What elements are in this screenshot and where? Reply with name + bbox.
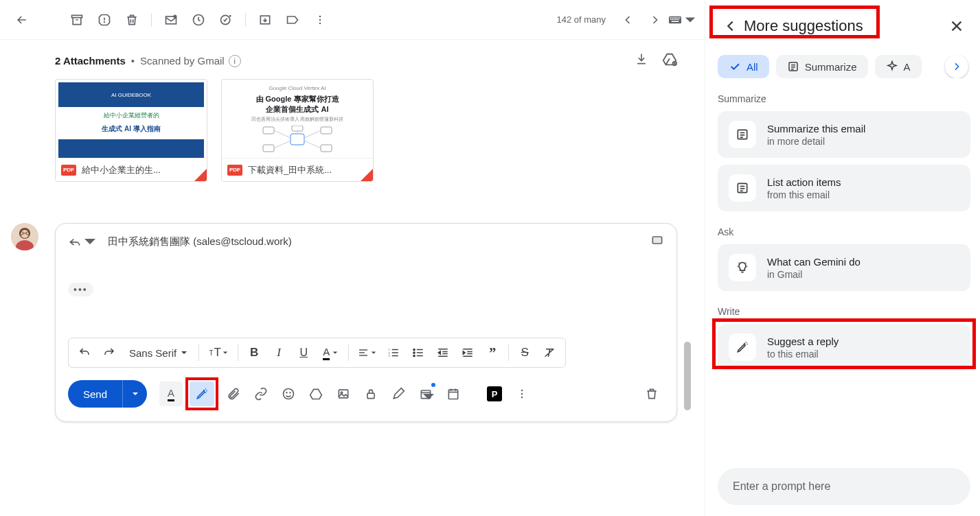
suggestion-summarize-detail[interactable]: Summarize this emailin more detail: [718, 111, 970, 158]
svg-point-60: [413, 349, 415, 350]
svg-point-71: [284, 389, 294, 399]
svg-point-84: [521, 393, 523, 395]
insert-signature-icon[interactable]: [386, 382, 411, 406]
download-all-icon[interactable]: [635, 52, 648, 69]
chip-ask[interactable]: A: [875, 55, 922, 78]
svg-point-72: [286, 392, 287, 393]
svg-rect-24: [676, 19, 678, 20]
svg-point-42: [21, 230, 29, 238]
input-tools-icon[interactable]: [669, 6, 696, 34]
font-select[interactable]: Sans Serif: [122, 347, 194, 359]
bold-icon[interactable]: B: [242, 341, 266, 364]
pdf-badge-icon: PDF: [61, 165, 76, 176]
schedule-picker-icon[interactable]: [413, 382, 438, 406]
compose-box: 田中系統銷售團隊 (sales@tscloud.work) ••• Sans S…: [55, 223, 677, 422]
svg-rect-33: [292, 126, 303, 131]
attachment-card[interactable]: AI GUIDEBOOK 給中小企業經營者的 生成式 AI 導入指南 PDF 給…: [55, 79, 207, 182]
insert-link-icon[interactable]: [249, 382, 273, 406]
strikethrough-icon[interactable]: S: [513, 341, 536, 364]
snooze-icon[interactable]: [185, 6, 212, 34]
send-button[interactable]: Send: [68, 380, 122, 408]
svg-rect-32: [321, 145, 332, 152]
popout-icon[interactable]: [650, 233, 664, 250]
compose-body[interactable]: •••: [68, 255, 664, 331]
next-message-icon[interactable]: [641, 6, 669, 34]
svg-rect-17: [676, 17, 678, 19]
pdf-badge-icon: PDF: [227, 165, 242, 176]
attach-file-icon[interactable]: [221, 382, 246, 406]
undo-icon[interactable]: [73, 341, 96, 364]
numbered-list-icon[interactable]: 123: [382, 341, 405, 364]
lightbulb-icon: [729, 254, 756, 281]
prompt-input[interactable]: Enter a prompt here: [718, 468, 970, 505]
redo-icon[interactable]: [98, 341, 121, 364]
archive-icon[interactable]: [63, 6, 91, 34]
save-drive-icon[interactable]: [662, 52, 677, 69]
svg-rect-22: [674, 19, 675, 20]
more-icon[interactable]: [306, 6, 334, 34]
labels-icon[interactable]: [279, 6, 306, 34]
svg-point-3: [104, 21, 105, 22]
indent-less-icon[interactable]: [431, 341, 455, 364]
attachment-card[interactable]: Google Cloud Vertex AI 由 Google 專家幫你打造 企…: [221, 79, 374, 182]
attachment-filename: 給中小企業主的生...: [82, 164, 201, 176]
suggestion-action-items[interactable]: List action itemsfrom this email: [718, 165, 970, 211]
italic-icon[interactable]: I: [267, 341, 290, 364]
align-icon[interactable]: [353, 341, 380, 364]
chips-scroll-next-icon[interactable]: [945, 55, 968, 78]
chip-summarize[interactable]: Summarize: [776, 55, 868, 78]
underline-icon[interactable]: U: [292, 341, 315, 364]
gemini-panel: More suggestions All Summarize A Summari…: [705, 0, 980, 516]
confidential-mode-icon[interactable]: [358, 382, 383, 406]
bullet-list-icon[interactable]: [407, 341, 430, 364]
insert-emoji-icon[interactable]: [276, 382, 301, 406]
svg-point-5: [174, 15, 176, 17]
suggestion-chips: All Summarize A: [718, 55, 970, 78]
info-icon[interactable]: i: [229, 55, 241, 67]
indent-more-icon[interactable]: [456, 341, 479, 364]
quote-icon[interactable]: ”: [481, 341, 504, 364]
move-to-icon[interactable]: [251, 6, 279, 34]
panel-close-icon[interactable]: [943, 12, 970, 40]
show-trimmed-button[interactable]: •••: [68, 283, 93, 296]
font-size-icon[interactable]: TT: [203, 341, 233, 364]
report-spam-icon[interactable]: [91, 6, 118, 34]
p-badge-icon[interactable]: P: [482, 382, 507, 406]
more-options-icon[interactable]: [510, 382, 534, 406]
svg-rect-19: [679, 17, 681, 19]
svg-point-61: [413, 352, 415, 353]
send-options-button[interactable]: [122, 380, 147, 408]
svg-rect-20: [670, 19, 672, 20]
chip-all[interactable]: All: [718, 55, 769, 78]
insert-photo-icon[interactable]: [331, 382, 356, 406]
svg-rect-29: [263, 127, 274, 134]
add-task-icon[interactable]: [212, 6, 240, 34]
scrollbar[interactable]: [684, 342, 691, 410]
svg-rect-26: [672, 21, 679, 22]
reply-type-button[interactable]: [68, 235, 97, 248]
svg-rect-31: [263, 145, 274, 152]
suggestion-gemini-help[interactable]: What can Gemini doin Gmail: [718, 244, 970, 291]
compose-actions: Send A: [68, 377, 664, 410]
calendar-icon[interactable]: [441, 382, 466, 406]
annotation-highlight: [712, 318, 976, 369]
discard-draft-icon[interactable]: [639, 382, 664, 406]
svg-rect-18: [678, 17, 679, 19]
remove-formatting-icon[interactable]: [538, 341, 561, 364]
mark-unread-icon[interactable]: [157, 6, 185, 34]
text-format-toggle-icon[interactable]: A: [159, 382, 183, 406]
prev-message-icon[interactable]: [614, 6, 641, 34]
formatting-toolbar: Sans Serif TT B I U A 123: [68, 338, 566, 368]
section-ask: Ask: [718, 226, 970, 237]
delete-icon[interactable]: [118, 6, 146, 34]
svg-line-37: [304, 141, 321, 148]
text-color-icon[interactable]: A: [317, 341, 344, 364]
svg-point-85: [521, 397, 523, 399]
message-counter: 142 of many: [556, 14, 606, 25]
help-me-write-icon[interactable]: [190, 382, 214, 406]
insert-drive-icon[interactable]: [304, 382, 328, 406]
svg-rect-74: [339, 390, 347, 398]
back-icon[interactable]: [8, 6, 36, 34]
svg-rect-13: [670, 17, 672, 19]
recipient[interactable]: 田中系統銷售團隊 (sales@tscloud.work): [108, 235, 292, 248]
